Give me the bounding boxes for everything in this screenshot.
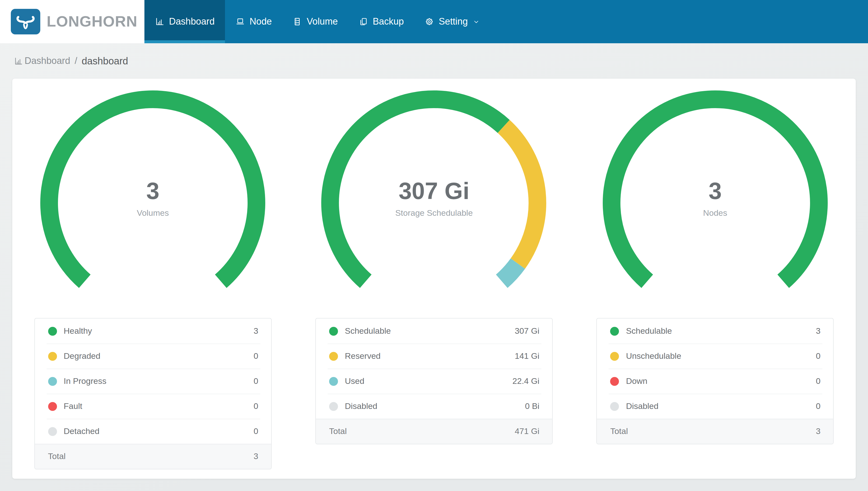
legend-label: Detached [64, 426, 99, 436]
gauge-wrap: 3Volumes [37, 85, 268, 296]
nav-tab-node[interactable]: Node [225, 0, 282, 43]
breadcrumb: Dashboard / dashboard [0, 43, 868, 79]
legend-table: Healthy3Degraded0In Progress0Fault0Detac… [34, 318, 271, 469]
legend-label: Used [345, 376, 364, 386]
status-dot [610, 326, 619, 336]
scale-wrapper: LONGHORN DashboardNodeVolumeBackupSettin… [0, 0, 868, 491]
brand-name: LONGHORN [46, 13, 137, 30]
legend-value: 0 Bi [525, 401, 539, 411]
status-dot [610, 402, 619, 411]
legend-row-down[interactable]: Down0 [597, 369, 833, 394]
status-dot [329, 326, 338, 336]
legend-row-healthy[interactable]: Healthy3 [35, 318, 271, 344]
legend-row-degraded[interactable]: Degraded0 [35, 344, 271, 369]
breadcrumb-separator: / [75, 56, 78, 66]
status-dot [329, 352, 338, 360]
gauge-chart [318, 85, 550, 296]
legend-value: 0 [816, 351, 820, 361]
legend-row-disabled[interactable]: Disabled0 Bi [316, 394, 552, 419]
legend-value: 0 [253, 351, 258, 361]
legend-value: 3 [253, 326, 258, 336]
gauge-segment-reserved [504, 126, 538, 264]
legend-table: Schedulable3Unschedulable0Down0Disabled0… [597, 318, 834, 444]
status-dot [48, 377, 57, 385]
nav-tab-setting[interactable]: Setting [414, 0, 490, 43]
legend-label: Reserved [345, 351, 381, 361]
status-dot [48, 352, 57, 360]
nav-tab-label: Node [250, 16, 272, 27]
nav-tab-label: Dashboard [169, 16, 215, 27]
breadcrumb-section[interactable]: Dashboard [25, 56, 70, 66]
gauge-segment-schedulable [612, 99, 819, 281]
total-value: 3 [253, 452, 258, 461]
total-label: Total [329, 426, 347, 436]
longhorn-logo-icon [11, 9, 40, 34]
legend-row-schedulable[interactable]: Schedulable307 Gi [316, 318, 552, 344]
setting-gear-icon [425, 17, 434, 27]
status-dot [329, 377, 338, 385]
status-dot [48, 326, 57, 336]
gauge-segment-healthy [49, 99, 256, 281]
longhorn-dashboard-page: LONGHORN DashboardNodeVolumeBackupSettin… [0, 0, 868, 491]
legend-row-detached[interactable]: Detached0 [35, 419, 271, 444]
top-navigation-bar: LONGHORN DashboardNodeVolumeBackupSettin… [0, 0, 868, 43]
dashboard-card: 3VolumesHealthy3Degraded0In Progress0Fau… [12, 79, 856, 479]
legend-row-fault[interactable]: Fault0 [35, 394, 271, 419]
active-tab-underline [145, 40, 225, 43]
legend-value: 0 [253, 426, 258, 436]
node-icon [235, 17, 245, 27]
dashboard-chart-icon [155, 17, 164, 27]
charts-row: 3VolumesHealthy3Degraded0In Progress0Fau… [12, 79, 856, 479]
legend-row-used[interactable]: Used22.4 Gi [316, 369, 552, 394]
gauge-chart [600, 85, 831, 296]
legend-row-disabled[interactable]: Disabled0 [597, 394, 833, 419]
breadcrumb-current-page: dashboard [82, 55, 128, 66]
nav-tab-label: Volume [307, 16, 338, 27]
legend-value: 0 [816, 376, 820, 386]
status-dot [329, 402, 338, 411]
nav-tab-backup[interactable]: Backup [348, 0, 414, 43]
legend-value: 0 [253, 401, 258, 411]
legend-label: Degraded [64, 351, 100, 361]
total-value: 3 [816, 426, 820, 436]
status-dot [610, 352, 619, 360]
legend-value: 307 Gi [515, 326, 539, 336]
legend-value: 3 [816, 326, 820, 336]
nav-tabs: DashboardNodeVolumeBackupSetting [145, 0, 868, 43]
legend-label: Schedulable [345, 326, 391, 336]
legend-value: 0 [253, 376, 258, 386]
legend-value: 141 Gi [515, 351, 539, 361]
nav-tab-label: Backup [373, 16, 404, 27]
legend-value: 0 [816, 401, 820, 411]
total-label: Total [610, 426, 628, 436]
chart-column-volumes: 3VolumesHealthy3Degraded0In Progress0Fau… [12, 85, 293, 469]
legend-label: Schedulable [626, 326, 672, 336]
legend-label: Unschedulable [626, 351, 681, 361]
chart-column-nodes: 3NodesSchedulable3Unschedulable0Down0Dis… [575, 85, 856, 469]
bar-chart-icon [14, 56, 25, 66]
gauge-segment-schedulable [330, 99, 504, 281]
gauge-segment-used [502, 264, 518, 281]
legend-row-reserved[interactable]: Reserved141 Gi [316, 344, 552, 369]
chart-column-storage-schedulable: 307 GiStorage SchedulableSchedulable307 … [293, 85, 575, 469]
legend-value: 22.4 Gi [513, 376, 539, 386]
total-label: Total [48, 452, 66, 461]
legend-row-schedulable[interactable]: Schedulable3 [597, 318, 833, 344]
legend-row-in-progress[interactable]: In Progress0 [35, 369, 271, 394]
legend-row-unschedulable[interactable]: Unschedulable0 [597, 344, 833, 369]
nav-tab-dashboard[interactable]: Dashboard [145, 0, 225, 43]
total-value: 471 Gi [515, 426, 539, 436]
volume-icon [292, 17, 302, 27]
legend-total-row: Total3 [597, 419, 833, 444]
legend-label: Disabled [345, 401, 377, 411]
nav-tab-volume[interactable]: Volume [282, 0, 348, 43]
status-dot [48, 427, 57, 436]
status-dot [48, 402, 57, 411]
logo[interactable]: LONGHORN [0, 0, 145, 43]
legend-label: Disabled [626, 401, 658, 411]
status-dot [610, 377, 619, 385]
caret-down-icon [472, 18, 480, 25]
backup-icon [359, 17, 368, 27]
gauge-chart [37, 85, 268, 296]
legend-label: In Progress [64, 376, 106, 386]
